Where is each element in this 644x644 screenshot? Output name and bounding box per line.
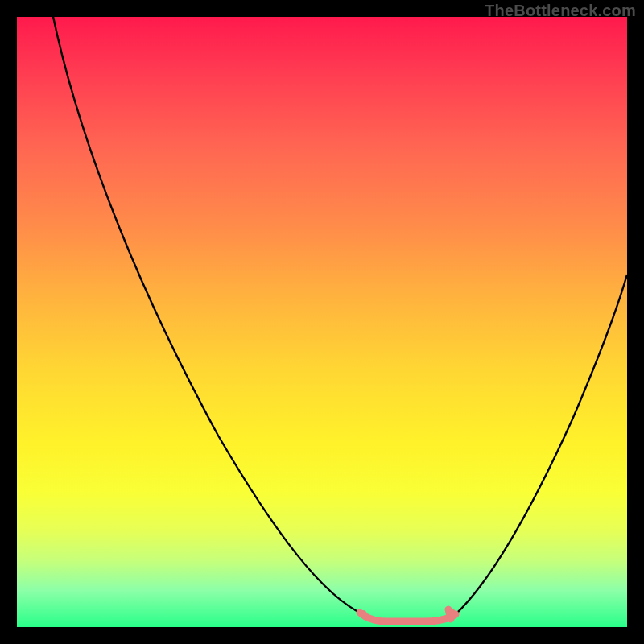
watermark-text: TheBottleneck.com [485,2,636,20]
flat-dot [359,610,367,618]
curve-overlay [17,17,627,627]
flat-dot [448,609,456,617]
curve-right-branch [455,275,627,615]
curve-flat-bottom [360,609,456,621]
chart-stage: TheBottleneck.com [0,0,644,644]
curve-left-branch [52,13,365,615]
